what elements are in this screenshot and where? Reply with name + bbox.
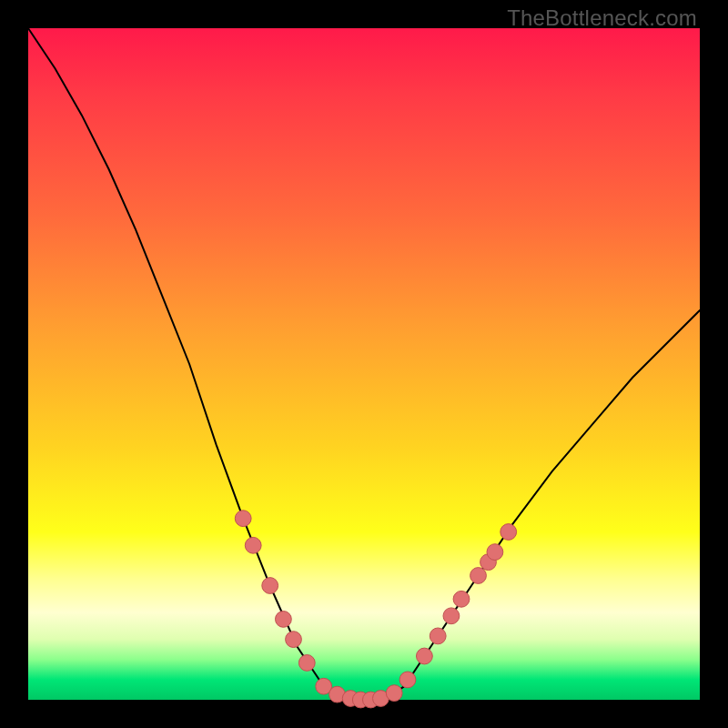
chart-svg [0, 0, 728, 728]
data-marker [286, 632, 302, 648]
bottleneck-curve [28, 28, 700, 700]
data-marker [235, 511, 251, 527]
data-markers [235, 511, 516, 708]
data-marker [298, 655, 315, 672]
data-marker [453, 591, 470, 607]
data-marker [500, 524, 517, 541]
data-marker [430, 628, 446, 644]
data-marker [276, 612, 292, 628]
data-marker [417, 648, 433, 664]
bottleneck-curve-path [28, 28, 700, 700]
data-marker [245, 537, 261, 553]
data-marker [470, 568, 487, 584]
attribution-label: TheBottleneck.com [507, 5, 697, 31]
data-marker [399, 672, 416, 688]
data-marker [443, 608, 460, 624]
chart-container: TheBottleneck.com [0, 0, 728, 728]
data-marker [487, 544, 503, 561]
data-marker [386, 685, 402, 702]
data-marker [262, 578, 278, 594]
